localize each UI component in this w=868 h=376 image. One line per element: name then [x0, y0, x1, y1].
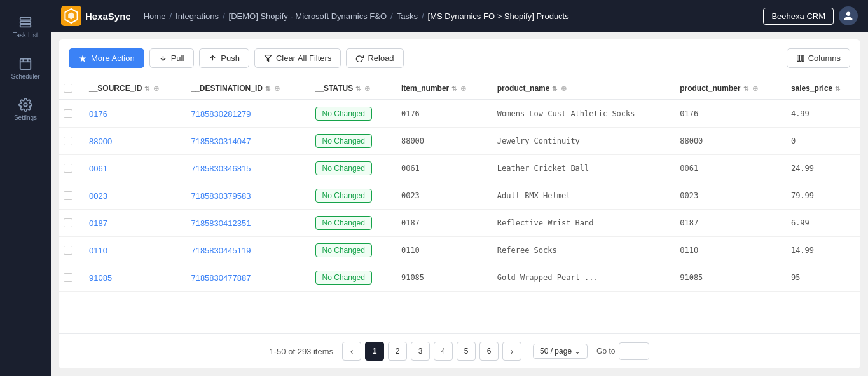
pull-button[interactable]: Pull — [149, 48, 195, 68]
source-id-link[interactable]: 0187 — [89, 218, 107, 228]
sort-source-id-icon[interactable]: ⇅ — [144, 85, 149, 92]
select-all-checkbox[interactable] — [64, 84, 72, 93]
filter-item-number-icon[interactable]: ⊕ — [460, 84, 466, 93]
row-checkbox-cell — [59, 128, 81, 155]
filter-status-icon[interactable]: ⊕ — [364, 84, 370, 93]
row-sales-price: 14.99 — [783, 237, 860, 264]
row-product-number: 0176 — [672, 100, 783, 128]
page-btn-1[interactable]: 1 — [365, 342, 384, 361]
crm-button[interactable]: Beehexa CRM — [763, 8, 834, 25]
col-product-number: product_number ⇅ ⊕ — [672, 77, 783, 100]
sidebar-item-settings[interactable]: Settings — [0, 89, 51, 130]
sort-product-number-icon[interactable]: ⇅ — [743, 85, 748, 92]
row-checkbox[interactable] — [64, 109, 72, 118]
page-btn-6[interactable]: 6 — [479, 342, 499, 361]
more-action-button[interactable]: More Action — [69, 48, 144, 68]
source-id-link[interactable]: 0023 — [89, 191, 107, 201]
breadcrumb-tasks[interactable]: Tasks — [397, 11, 418, 21]
sort-product-name-icon[interactable]: ⇅ — [552, 85, 557, 92]
destination-id-link[interactable]: 7185830281279 — [191, 109, 251, 119]
row-sales-price: 0 — [783, 128, 860, 155]
table-row: 91085 7185830477887 No Changed 91085 Gol… — [59, 264, 860, 292]
row-item-number: 88000 — [394, 128, 490, 155]
logo-text: HexaSync — [85, 11, 131, 22]
row-checkbox[interactable] — [64, 218, 72, 227]
clear-filters-button[interactable]: Clear All Filters — [254, 48, 341, 68]
row-product-number: 88000 — [672, 128, 783, 155]
avatar-button[interactable] — [839, 6, 858, 25]
filter-product-name-icon[interactable]: ⊕ — [561, 84, 567, 93]
sidebar-item-task-list-label: Task List — [13, 32, 38, 39]
per-page-label: 50 / page — [540, 347, 572, 356]
row-checkbox-cell — [59, 264, 81, 292]
breadcrumb-integrations[interactable]: Integrations — [176, 11, 219, 21]
columns-button[interactable]: Columns — [787, 48, 850, 68]
status-badge: No Changed — [315, 107, 372, 121]
destination-id-link[interactable]: 7185830346815 — [191, 164, 251, 173]
data-table: __SOURCE_ID ⇅ ⊕ __DESTINATION_ID ⇅ ⊕ — [59, 77, 860, 292]
filter-dest-id-icon[interactable]: ⊕ — [274, 84, 280, 93]
page-btn-5[interactable]: 5 — [457, 342, 476, 361]
toolbar: More Action Pull Push Clear All Filters — [59, 39, 860, 77]
sort-status-icon[interactable]: ⇅ — [355, 85, 361, 92]
row-checkbox[interactable] — [64, 137, 72, 145]
per-page-select[interactable]: 50 / page ⌄ — [533, 344, 588, 359]
destination-id-link[interactable]: 7185830314047 — [191, 137, 251, 146]
svg-marker-11 — [265, 55, 272, 62]
row-destination-id: 7185830346815 — [183, 155, 307, 182]
push-button[interactable]: Push — [199, 48, 249, 68]
goto-input[interactable] — [619, 342, 649, 360]
table-wrapper[interactable]: __SOURCE_ID ⇅ ⊕ __DESTINATION_ID ⇅ ⊕ — [59, 77, 860, 333]
source-id-link[interactable]: 91085 — [89, 273, 112, 283]
filter-source-id-icon[interactable]: ⊕ — [153, 84, 159, 93]
destination-id-link[interactable]: 7185830412351 — [191, 218, 251, 228]
source-id-link[interactable]: 0110 — [89, 246, 107, 255]
destination-id-link[interactable]: 7185830477887 — [191, 273, 251, 283]
row-checkbox[interactable] — [64, 191, 72, 200]
breadcrumb-demo-shopify[interactable]: [DEMO] Shopify - Microsoft Dynamics F&O — [229, 11, 387, 21]
page-btn-2[interactable]: 2 — [388, 342, 407, 361]
table-row: 0110 7185830445119 No Changed 0110 Refer… — [59, 237, 860, 264]
sidebar-item-scheduler[interactable]: Scheduler — [0, 48, 51, 89]
destination-id-link[interactable]: 7185830445119 — [191, 246, 251, 255]
filter-product-number-icon[interactable]: ⊕ — [752, 84, 758, 93]
sort-sales-price-icon[interactable]: ⇅ — [835, 85, 840, 92]
svg-rect-12 — [797, 55, 799, 62]
pagination-bar: 1-50 of 293 items ‹ 1 2 3 4 5 6 › 50 / p… — [59, 333, 860, 368]
col-source-id: __SOURCE_ID ⇅ ⊕ — [81, 77, 183, 100]
table-row: 0187 7185830412351 No Changed 0187 Refle… — [59, 210, 860, 237]
row-item-number: 0061 — [394, 155, 490, 182]
status-badge: No Changed — [315, 216, 372, 230]
sort-item-number-icon[interactable]: ⇅ — [451, 85, 457, 92]
row-sales-price: 95 — [783, 264, 860, 292]
task-list-icon — [18, 15, 32, 29]
row-status: No Changed — [308, 237, 394, 264]
goto-label: Go to — [596, 347, 615, 356]
pull-label: Pull — [171, 53, 185, 63]
row-product-number: 0061 — [672, 155, 783, 182]
sidebar-item-task-list[interactable]: Task List — [0, 6, 51, 48]
page-btn-4[interactable]: 4 — [434, 342, 453, 361]
row-destination-id: 7185830412351 — [183, 210, 307, 237]
row-checkbox[interactable] — [64, 164, 72, 173]
select-all-header[interactable] — [59, 77, 81, 100]
reload-button[interactable]: Reload — [346, 48, 403, 68]
svg-rect-14 — [802, 55, 804, 62]
pull-icon — [159, 54, 167, 62]
sort-dest-id-icon[interactable]: ⇅ — [265, 85, 270, 92]
row-product-name: Womens Low Cust Athletic Socks — [490, 100, 672, 128]
source-id-link[interactable]: 0061 — [89, 164, 107, 173]
status-badge: No Changed — [315, 243, 372, 257]
prev-page-button[interactable]: ‹ — [342, 342, 361, 361]
sidebar-item-scheduler-label: Scheduler — [11, 73, 39, 80]
row-product-number: 0187 — [672, 210, 783, 237]
breadcrumb-home[interactable]: Home — [144, 11, 166, 21]
destination-id-link[interactable]: 7185830379583 — [191, 191, 251, 201]
row-checkbox[interactable] — [64, 273, 72, 282]
source-id-link[interactable]: 0176 — [89, 109, 107, 119]
row-checkbox-cell — [59, 237, 81, 264]
source-id-link[interactable]: 88000 — [89, 137, 112, 146]
page-btn-3[interactable]: 3 — [411, 342, 430, 361]
next-page-button[interactable]: › — [502, 342, 521, 361]
row-checkbox[interactable] — [64, 246, 72, 255]
